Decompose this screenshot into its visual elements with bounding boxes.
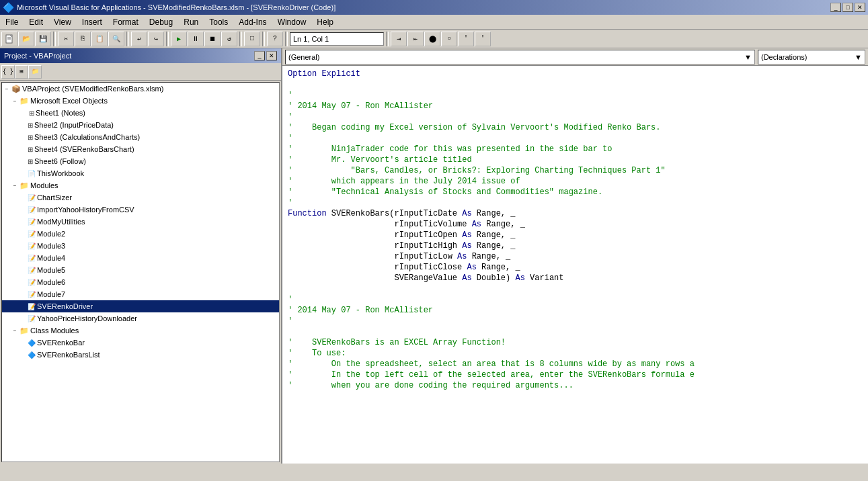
- tree-node-sverenkobarslist[interactable]: 🔷 SVERenkoBarsList: [2, 349, 279, 361]
- tree-node-chartsizer[interactable]: 📝 ChartSizer: [2, 191, 279, 204]
- menu-bar: File Edit View Insert Format Debug Run T…: [0, 15, 868, 30]
- menu-edit[interactable]: Edit: [24, 15, 48, 29]
- save-button[interactable]: 💾: [35, 32, 51, 46]
- code-line-comment-7: ' Mr. Vervoort's article titled: [288, 155, 863, 165]
- main-area: Project - VBAProject _ ✕ { } ⊞ 📁 − 📦 VBA…: [0, 48, 868, 464]
- undo-button[interactable]: ↩: [131, 32, 147, 46]
- code-line-function-2: rInputTicVolume As Range, _: [288, 219, 863, 230]
- project-explorer-title: Project - VBAProject: [4, 52, 71, 60]
- find-button[interactable]: 🔍: [108, 32, 124, 46]
- code-line-function-3: rInputTicOpen As Range, _: [288, 230, 863, 240]
- minimize-button[interactable]: _: [830, 3, 841, 12]
- outdent-button[interactable]: ⇤: [407, 32, 424, 46]
- code-line-comment-3: ': [288, 112, 863, 122]
- comment-button[interactable]: ': [458, 32, 474, 46]
- toggle-folders-button[interactable]: 📁: [28, 65, 42, 79]
- tree-label-yahoodownloader: YahooPriceHistoryDownloader: [37, 314, 137, 322]
- tree-node-module7[interactable]: 📝 Module7: [2, 288, 279, 300]
- code-editor-panel: (General) ▼ (Declarations) ▼ Option Expl…: [282, 48, 868, 464]
- panel-minimize-button[interactable]: _: [254, 51, 265, 60]
- panel-close-button[interactable]: ✕: [266, 51, 277, 60]
- decl-dropdown-arrow: ▼: [855, 53, 862, 61]
- tree-label-vbaproject: VBAProject (SVEModifiedRenkoBars.xlsm): [22, 85, 163, 93]
- location-display: Ln 1, Col 1: [290, 32, 384, 46]
- module-icon-11: 📝: [28, 315, 36, 322]
- menu-format[interactable]: Format: [108, 15, 144, 29]
- menu-file[interactable]: File: [0, 15, 24, 29]
- menu-tools[interactable]: Tools: [204, 15, 233, 29]
- cut-button[interactable]: ✂: [58, 32, 74, 46]
- declarations-dropdown[interactable]: (Declarations) ▼: [758, 50, 865, 64]
- module-icon-3: 📝: [28, 218, 36, 226]
- tree-node-sheet3[interactable]: ⊞ Sheet3 (CalculationsAndCharts): [2, 131, 279, 143]
- tree-node-importyahoo[interactable]: 📝 ImportYahooHistoryFromCSV: [2, 204, 279, 216]
- code-line-blank-3: [288, 326, 863, 337]
- open-button[interactable]: 📂: [18, 32, 34, 46]
- redo-button[interactable]: ↪: [148, 32, 164, 46]
- tree-node-modules[interactable]: − 📁 Modules: [2, 179, 279, 191]
- tree-node-sheet2[interactable]: ⊞ Sheet2 (InputPriceData): [2, 119, 279, 131]
- indent-button[interactable]: ⇥: [391, 32, 407, 46]
- general-dropdown[interactable]: (General) ▼: [285, 50, 755, 64]
- toolbar-separator-1: [53, 32, 56, 46]
- view-object-button[interactable]: ⊞: [15, 65, 28, 79]
- code-line-comment-14: ': [288, 316, 863, 326]
- toolbar-separator-3: [166, 32, 169, 46]
- tree-node-module3[interactable]: 📝 Module3: [2, 240, 279, 252]
- view-code-button[interactable]: { }: [1, 65, 15, 79]
- help-button[interactable]: ?: [267, 32, 283, 46]
- project-tree[interactable]: − 📦 VBAProject (SVEModifiedRenkoBars.xls…: [1, 82, 280, 462]
- uncomment-button[interactable]: ': [475, 32, 491, 46]
- folder-icon: 📁: [19, 97, 29, 105]
- tree-node-svedriver[interactable]: 📝 SVERenkoDriver: [2, 300, 279, 312]
- menu-help[interactable]: Help: [311, 15, 339, 29]
- menu-view[interactable]: View: [48, 15, 77, 29]
- tree-node-sheet1[interactable]: ⊞ Sheet1 (Notes): [2, 107, 279, 119]
- paste-button[interactable]: 📋: [91, 32, 108, 46]
- decl-dropdown-value: (Declarations): [761, 53, 807, 61]
- tree-node-sverenkobar[interactable]: 🔷 SVERenkoBar: [2, 337, 279, 349]
- close-button[interactable]: ✕: [855, 3, 865, 12]
- tree-node-yahoodownloader[interactable]: 📝 YahooPriceHistoryDownloader: [2, 312, 279, 324]
- module-icon-2: 📝: [28, 206, 36, 214]
- tree-node-module6[interactable]: 📝 Module6: [2, 276, 279, 288]
- userform-button[interactable]: □: [244, 32, 260, 46]
- tree-node-sheet6[interactable]: ⊞ Sheet6 (Follow): [2, 155, 279, 167]
- tree-label-module4: Module4: [37, 254, 65, 262]
- reset-button[interactable]: ↺: [221, 32, 237, 46]
- tree-node-sheet4[interactable]: ⊞ Sheet4 (SVERenkoBarsChart): [2, 143, 279, 155]
- break-button[interactable]: ⏸: [188, 32, 204, 46]
- menu-debug[interactable]: Debug: [144, 15, 178, 29]
- stop-button[interactable]: ⏹: [204, 32, 221, 46]
- menu-window[interactable]: Window: [272, 15, 312, 29]
- tree-node-classmodules[interactable]: − 📁 Class Modules: [2, 324, 279, 337]
- project-explorer-panel: Project - VBAProject _ ✕ { } ⊞ 📁 − 📦 VBA…: [0, 48, 282, 464]
- modules-folder-icon: 📁: [19, 181, 29, 190]
- toggle-bp-button[interactable]: ⬤: [424, 32, 440, 46]
- clear-bp-button[interactable]: ○: [441, 32, 457, 46]
- module-icon-10: 📝: [28, 303, 36, 310]
- tree-node-module5[interactable]: 📝 Module5: [2, 264, 279, 276]
- tree-node-thisworkbook[interactable]: 📄 ThisWorkbook: [2, 167, 279, 179]
- code-editor[interactable]: Option Explicit ' ' 2014 May 07 - Ron Mc…: [282, 66, 868, 464]
- toolbar-separator-2: [126, 32, 129, 46]
- menu-insert[interactable]: Insert: [77, 15, 108, 29]
- tree-node-module4[interactable]: 📝 Module4: [2, 252, 279, 264]
- app-icon: 🔷: [3, 2, 14, 13]
- module-icon-9: 📝: [28, 291, 36, 298]
- title-bar: 🔷 Microsoft Visual Basic for Application…: [0, 0, 868, 15]
- toolbar-separator-5: [262, 32, 265, 46]
- menu-addins[interactable]: Add-Ins: [233, 15, 272, 29]
- module-icon-5: 📝: [28, 243, 36, 250]
- tree-node-modmyutilities[interactable]: 📝 ModMyUtilities: [2, 216, 279, 228]
- copy-button[interactable]: ⎘: [75, 32, 91, 46]
- module-icon: 📝: [28, 194, 36, 202]
- menu-run[interactable]: Run: [178, 15, 204, 29]
- tree-node-excel-objects[interactable]: − 📁 Microsoft Excel Objects: [2, 95, 279, 107]
- maximize-button[interactable]: □: [842, 3, 853, 12]
- run-button[interactable]: ▶: [171, 32, 187, 46]
- new-button[interactable]: [1, 32, 17, 46]
- class-icon-2: 🔷: [28, 351, 36, 359]
- tree-node-vbaproject[interactable]: − 📦 VBAProject (SVEModifiedRenkoBars.xls…: [2, 83, 279, 95]
- tree-node-module2[interactable]: 📝 Module2: [2, 228, 279, 240]
